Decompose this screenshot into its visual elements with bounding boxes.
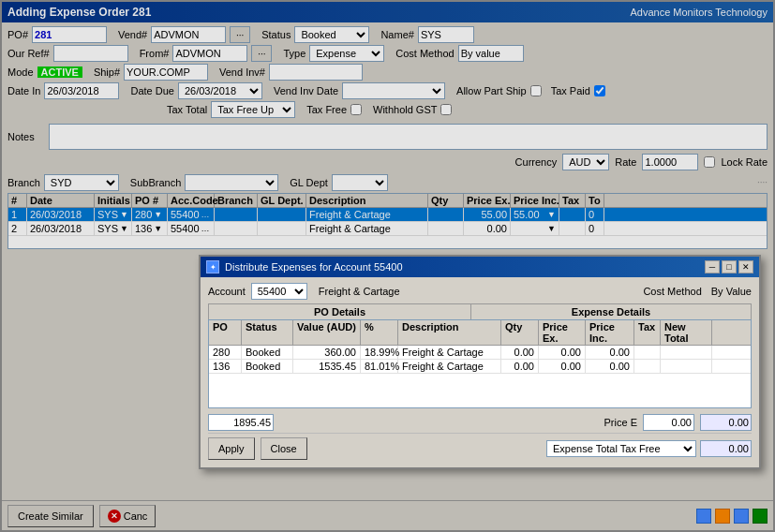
modal-total-left	[208, 414, 274, 431]
mcol-po: PO	[209, 320, 242, 345]
account-select[interactable]: 55400	[251, 283, 307, 300]
section-headers: PO Details Expense Details	[208, 303, 752, 319]
mcol-pct: %	[361, 320, 398, 345]
mrow-newtotal	[661, 346, 712, 359]
modal-expense-total: Expense Total Tax Free	[546, 440, 752, 457]
price-e-label: Price E	[604, 417, 637, 428]
mcol-value: Value (AUD)	[293, 320, 361, 345]
mrow-priceex: 0.00	[539, 360, 586, 373]
mcol-tax: Tax	[634, 320, 661, 345]
po-details-header: PO Details	[209, 304, 471, 319]
mcol-status: Status	[242, 320, 293, 345]
expense-total-input[interactable]	[700, 440, 752, 457]
close-button[interactable]: ✕	[738, 260, 753, 273]
modal-controls: ─ □ ✕	[705, 260, 753, 273]
modal-footer-buttons: Apply Close	[208, 437, 307, 460]
mrow-po: 280	[209, 346, 242, 359]
modal-cost-method-value: By Value	[711, 286, 752, 297]
mrow-desc: Freight & Cartage	[398, 346, 501, 359]
mrow-pct: 81.01%	[361, 360, 398, 373]
mrow-status: Booked	[242, 346, 293, 359]
modal-footer: Apply Close Expense Total Tax Free	[208, 433, 752, 462]
mrow-qty: 0.00	[501, 346, 539, 359]
mrow-qty: 0.00	[501, 360, 539, 373]
mcol-priceex: Price Ex.	[539, 320, 586, 345]
modal-cost-method-label: Cost Method	[643, 286, 701, 297]
modal-title: Distribute Expenses for Account 55400	[225, 261, 403, 273]
mcol-desc: Description	[398, 320, 501, 345]
mrow-newtotal	[661, 360, 712, 373]
mrow-po: 136	[209, 360, 242, 373]
apply-button[interactable]: Apply	[208, 437, 255, 460]
modal-table-row[interactable]: 280 Booked 360.00 18.99% Freight & Carta…	[209, 346, 751, 360]
price-e-input[interactable]	[643, 414, 694, 431]
mrow-pct: 18.99%	[361, 346, 398, 359]
expense-total-select[interactable]: Expense Total Tax Free	[546, 440, 696, 457]
modal-title-bar: ✦ Distribute Expenses for Account 55400 …	[201, 257, 759, 277]
modal-title-left: ✦ Distribute Expenses for Account 55400	[206, 260, 403, 273]
total-right-input[interactable]	[700, 414, 752, 431]
modal-total-right: Price E	[604, 414, 752, 431]
mrow-tax	[634, 360, 661, 373]
close-modal-button[interactable]: Close	[261, 437, 307, 460]
mrow-priceex: 0.00	[539, 346, 586, 359]
modal-totals-row: Price E	[208, 412, 752, 433]
grid-spacer	[209, 374, 751, 407]
main-window: Adding Expense Order 281 Advance Monitor…	[0, 0, 775, 532]
mrow-priceinc: 0.00	[586, 360, 634, 373]
mrow-status: Booked	[242, 360, 293, 373]
mcol-newtotal: New Total	[661, 320, 712, 345]
modal-icon: ✦	[206, 260, 219, 273]
modal-dialog: ✦ Distribute Expenses for Account 55400 …	[199, 255, 761, 469]
modal-account-row: Account 55400 Freight & Cartage Cost Met…	[208, 283, 752, 300]
modal-grid: PO Status Value (AUD) % Description Qty …	[208, 319, 752, 408]
expense-details-header: Expense Details	[471, 304, 751, 319]
mrow-priceinc: 0.00	[586, 346, 634, 359]
restore-button[interactable]: □	[722, 260, 737, 273]
account-desc: Freight & Cartage	[319, 286, 400, 297]
minimize-button[interactable]: ─	[705, 260, 720, 273]
mrow-value: 360.00	[293, 346, 361, 359]
modal-body: Account 55400 Freight & Cartage Cost Met…	[201, 277, 759, 467]
mrow-tax	[634, 346, 661, 359]
mcol-priceinc: Price Inc.	[586, 320, 634, 345]
account-label: Account	[208, 286, 246, 297]
mrow-desc: Freight & Cartage	[398, 360, 501, 373]
modal-grid-header: PO Status Value (AUD) % Description Qty …	[209, 320, 751, 346]
total-value-input[interactable]	[208, 414, 274, 431]
mcol-qty: Qty	[501, 320, 539, 345]
mrow-value: 1535.45	[293, 360, 361, 373]
modal-table-row[interactable]: 136 Booked 1535.45 81.01% Freight & Cart…	[209, 360, 751, 374]
